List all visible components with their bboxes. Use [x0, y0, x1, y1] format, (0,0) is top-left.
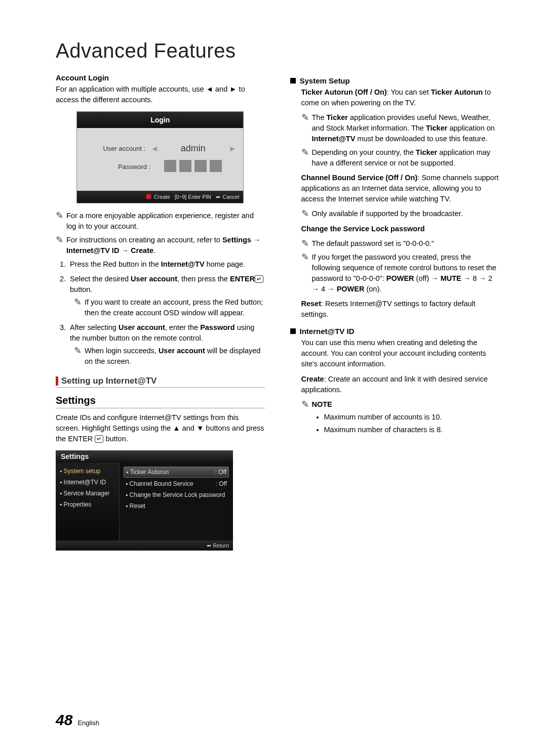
note-bullets: Maximum number of accounts is 10. Maximu…: [312, 412, 443, 435]
note-head: NOTE: [312, 400, 332, 408]
right-arrow-icon: ►: [229, 85, 237, 93]
password-boxes[interactable]: [155, 160, 230, 174]
note-icon: ✎: [301, 252, 309, 263]
down-arrow-icon: ▼: [197, 424, 204, 432]
settings-intro: Create IDs and configure Internet@TV set…: [56, 412, 265, 444]
note-2: Maximum number of characters is 8.: [324, 425, 443, 435]
step-3-tip: ✎ When login succeeds, User account will…: [74, 346, 265, 367]
left-arrow-icon: ◄: [206, 85, 213, 93]
text: Only available if supported by the broad…: [312, 208, 463, 219]
text: If you want to create an account, press …: [85, 297, 265, 318]
note-icon: ✎: [74, 297, 82, 308]
user-account-value: admin: [163, 143, 223, 154]
password-row: Password :: [82, 160, 238, 174]
option-channel-bound[interactable]: ▪ Channel Bound Service: Off: [124, 479, 229, 489]
login-panel-footer: Create [0~9] Enter PIN ➥ Cancel: [77, 191, 243, 203]
change-lock-tip-1: ✎ The default password set is "0-0-0-0.": [301, 238, 499, 249]
note-block: ✎ NOTE Maximum number of accounts is 10.…: [301, 399, 499, 437]
login-panel-title: Login: [77, 112, 243, 128]
prev-arrow-icon[interactable]: ◄: [150, 144, 158, 153]
page-language: English: [77, 719, 99, 727]
note-icon: ✎: [56, 211, 63, 222]
note-1: Maximum number of accounts is 10.: [324, 412, 443, 423]
red-dot-icon: [146, 194, 151, 199]
text: When login succeeds, User account will b…: [85, 346, 265, 367]
sidebar-properties[interactable]: ▪ Properties: [59, 499, 116, 510]
ticker-tip-2: ✎ Depending on your country, the Ticker …: [301, 147, 499, 169]
settings-panel-footer: ➥Return: [56, 540, 233, 551]
settings-heading: Settings: [56, 395, 265, 408]
return-icon: ➥: [216, 194, 220, 200]
text: If you forget the password you created, …: [312, 252, 499, 295]
footer-enter-pin: [0~9] Enter PIN: [175, 194, 211, 200]
account-login-intro: For an application with multiple account…: [56, 84, 265, 105]
login-panel: Login User account : ◄ admin ► Password …: [76, 111, 244, 203]
footer-cancel: Cancel: [223, 194, 240, 200]
cbs-text: Channel Bound Service (Off / On): Some c…: [301, 173, 499, 204]
enter-icon: ↵: [255, 275, 263, 283]
note-icon: ✎: [74, 346, 82, 357]
next-arrow-icon[interactable]: ►: [228, 144, 236, 153]
note-icon: ✎: [301, 208, 309, 220]
tip-instructions: ✎ For instructions on creating an accoun…: [56, 235, 265, 256]
text: NOTE Maximum number of accounts is 10. M…: [312, 399, 443, 437]
settings-options: ▪ Ticker Autorun: Off ▪ Channel Bound Se…: [120, 463, 233, 540]
reset-text: Reset: Resets Internet@TV settings to fa…: [301, 299, 499, 320]
cbs-tip: ✎ Only available if supported by the bro…: [301, 208, 499, 220]
return-icon: ➥: [207, 542, 211, 549]
ticker-tip-1: ✎ The Ticker application provides useful…: [301, 112, 499, 144]
section-bar-icon: [56, 376, 58, 386]
note-icon: ✎: [301, 238, 309, 249]
sidebar-service-manager[interactable]: ▪ Service Manager: [59, 488, 116, 499]
change-lock-head: Change the Service Lock password: [301, 224, 499, 234]
section-title: Setting up Internet@TV: [61, 376, 157, 386]
internet-tv-id-block: Internet@TV ID You can use this menu whe…: [290, 327, 499, 437]
step-1: Press the Red button in the Internet@TV …: [68, 259, 265, 270]
text: and: [213, 85, 229, 93]
system-setup-block: System Setup Ticker Autorun (Off / On): …: [290, 76, 499, 320]
login-steps: Press the Red button in the Internet@TV …: [58, 259, 265, 367]
text: For an application with multiple account…: [56, 85, 206, 93]
itv-body: You can use this menu when creating and …: [301, 338, 499, 369]
create-text: Create: Create an account and link it wi…: [301, 374, 499, 395]
option-change-lock-password[interactable]: ▪ Change the Service Lock password: [124, 490, 229, 500]
option-reset[interactable]: ▪ Reset: [124, 501, 229, 511]
sidebar-internet-tv-id[interactable]: ▪ Internet@TV ID: [59, 477, 116, 488]
page-number: 48: [56, 711, 72, 729]
option-ticker-autorun[interactable]: ▪ Ticker Autorun: Off: [124, 467, 229, 478]
text: The Ticker application provides useful N…: [312, 112, 499, 144]
internet-tv-id-head: Internet@TV ID: [290, 327, 499, 335]
note-icon: ✎: [301, 147, 309, 158]
password-label: Password :: [90, 163, 150, 171]
user-account-label: User account :: [85, 145, 145, 152]
sidebar-system-setup[interactable]: ▪ System setup: [59, 466, 116, 477]
text: For a more enjoyable application experie…: [66, 211, 265, 232]
enter-icon: ↵: [95, 435, 103, 443]
settings-sidebar: ▪ System setup ▪ Internet@TV ID ▪ Servic…: [56, 463, 120, 540]
left-column: Account Login For an application with mu…: [56, 73, 265, 551]
page-title: Advanced Features: [56, 39, 499, 62]
note-icon: ✎: [301, 112, 309, 123]
page-footer: 48 English: [56, 711, 99, 729]
text: For instructions on creating an account,…: [66, 235, 265, 256]
note-icon: ✎: [56, 235, 63, 246]
tip-register: ✎ For a more enjoyable application exper…: [56, 211, 265, 232]
ticker-autorun-text: Ticker Autorun (Off / On): You can set T…: [301, 87, 499, 108]
user-account-row: User account : ◄ admin ►: [82, 143, 238, 154]
step-2: Select the desired User account, then pr…: [68, 274, 265, 318]
right-column: System Setup Ticker Autorun (Off / On): …: [290, 73, 499, 551]
note-icon: ✎: [301, 399, 309, 410]
step-3: After selecting User account, enter the …: [68, 322, 265, 367]
text: Depending on your country, the Ticker ap…: [312, 147, 499, 169]
settings-panel: Settings ▪ System setup ▪ Internet@TV ID…: [56, 450, 233, 551]
up-arrow-icon: ▲: [173, 424, 180, 432]
system-setup-head: System Setup: [290, 76, 499, 85]
footer-create: Create: [154, 194, 170, 200]
settings-panel-title: Settings: [56, 450, 233, 463]
text: The default password set is "0-0-0-0.": [312, 238, 435, 249]
account-login-heading: Account Login: [56, 73, 265, 82]
section-setting-up: Setting up Internet@TV: [56, 376, 265, 388]
change-lock-tip-2: ✎ If you forget the password you created…: [301, 252, 499, 295]
step-2-tip: ✎ If you want to create an account, pres…: [74, 297, 265, 318]
